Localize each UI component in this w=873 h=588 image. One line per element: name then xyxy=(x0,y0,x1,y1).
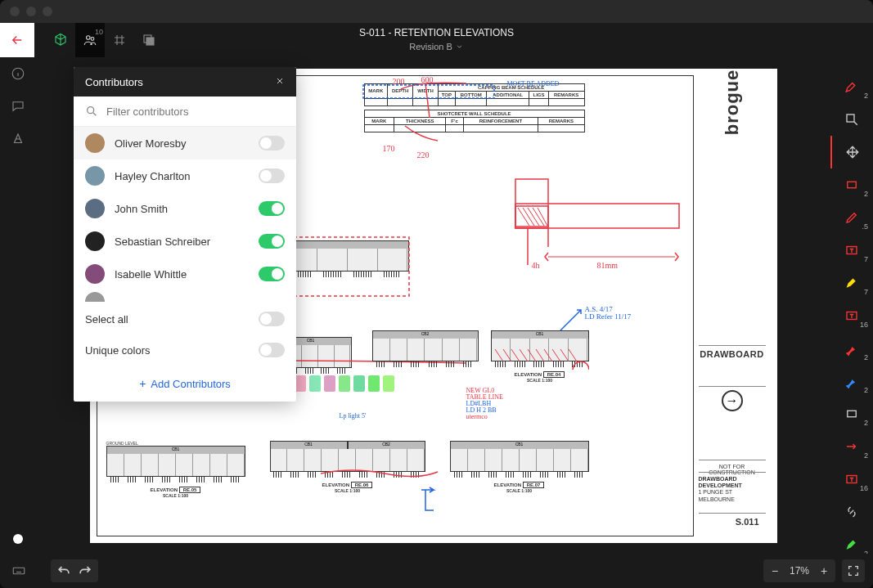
svg-point-1 xyxy=(91,38,94,41)
annot-81mm: 81mm xyxy=(597,261,619,270)
keyboard-icon xyxy=(11,563,26,578)
close-icon xyxy=(275,76,285,86)
contributor-row[interactable]: John Smith xyxy=(74,192,296,225)
chevron-down-icon xyxy=(456,43,464,51)
pen-blue-tool[interactable]: 2 xyxy=(830,365,873,397)
zoom-control: − 17% + xyxy=(763,559,835,582)
rectangle2-tool[interactable]: 2 xyxy=(830,397,873,430)
document-title: S-011 - RETENTION ELEVATIONS xyxy=(359,27,514,38)
text-tool-tool[interactable]: 16 xyxy=(830,299,873,332)
annot-220: 220 xyxy=(417,150,430,159)
contributor-row[interactable]: Oliver Moresby xyxy=(74,127,296,159)
tool-badge: 2 xyxy=(864,190,868,198)
tab-layers[interactable] xyxy=(46,23,75,57)
svg-line-9 xyxy=(518,208,529,226)
tool-badge: 2 xyxy=(864,386,868,394)
keyboard-button[interactable] xyxy=(8,560,29,581)
project-name: DRAWBOARD DEVELOPMENT 1 PUNGE ST MELBOUR… xyxy=(699,472,766,507)
contributor-toggle[interactable] xyxy=(259,168,285,183)
elevation-re05: GROUND LEVEL CB1 ELEVATION RE.05SCALE 1:… xyxy=(106,441,245,498)
contributor-toggle[interactable] xyxy=(259,201,285,216)
tool-badge: .5 xyxy=(862,222,868,231)
contributor-toggle[interactable] xyxy=(259,267,285,281)
redo-button[interactable] xyxy=(77,563,93,579)
revision-dropdown[interactable]: Revision B xyxy=(409,42,464,52)
contributor-toggle[interactable] xyxy=(259,136,285,150)
title-block: brogue DRAWBOARD → NOT FOR CONSTRUCTION … xyxy=(693,75,771,536)
traffic-close-icon[interactable] xyxy=(10,7,20,16)
annot-4h: 4h xyxy=(532,261,540,270)
select-all-toggle[interactable] xyxy=(259,312,285,326)
traffic-max-icon[interactable] xyxy=(43,7,52,16)
avatar-icon xyxy=(85,133,105,153)
traffic-min-icon[interactable] xyxy=(26,7,36,16)
elevation-re03b: CB2 xyxy=(372,330,479,361)
contributor-name: Isabelle Whittle xyxy=(115,268,249,281)
sheet-number: S.011 xyxy=(699,513,766,530)
svg-point-0 xyxy=(87,36,91,40)
info-button[interactable] xyxy=(10,65,26,82)
issues-button[interactable] xyxy=(10,131,26,147)
tab-contributors[interactable]: 10 xyxy=(75,23,105,57)
svg-rect-33 xyxy=(848,411,857,417)
tab-compare[interactable] xyxy=(134,23,164,57)
highlight-marker-icon xyxy=(844,276,859,290)
highlighter-tool[interactable]: 2 xyxy=(830,70,873,103)
select-all-row: Select all xyxy=(74,303,296,334)
contributor-toggle[interactable] xyxy=(259,234,285,249)
select-cursor-tool[interactable] xyxy=(830,103,873,136)
filter-input[interactable] xyxy=(106,105,285,118)
status-dot[interactable] xyxy=(13,534,23,544)
contributor-name: John Smith xyxy=(115,203,249,215)
tool-badge: 2 xyxy=(864,92,868,100)
svg-line-24 xyxy=(552,349,560,361)
zoom-out-button[interactable]: − xyxy=(767,563,783,579)
svg-line-20 xyxy=(520,349,528,361)
contributor-name: Sebastian Schreiber xyxy=(115,236,249,248)
elevation-re04: CB1 ELEVATION RE.04SCALE 1:100 xyxy=(491,330,589,383)
move-tool[interactable] xyxy=(830,136,873,168)
svg-rect-35 xyxy=(13,568,25,574)
svg-line-11 xyxy=(528,208,539,226)
fullscreen-button[interactable] xyxy=(842,559,865,582)
rectangle-tool[interactable]: 2 xyxy=(830,168,873,201)
text-box-tool[interactable]: 7 xyxy=(830,234,873,267)
svg-line-21 xyxy=(528,349,536,361)
comments-button[interactable] xyxy=(10,98,26,114)
back-button[interactable] xyxy=(0,23,34,57)
tab-grid[interactable] xyxy=(105,23,134,57)
zoom-value: 17% xyxy=(790,565,809,577)
svg-line-22 xyxy=(536,349,544,361)
arrow-tool[interactable]: 2 xyxy=(830,430,873,463)
avatar-icon xyxy=(85,166,105,186)
undo-redo-group xyxy=(51,559,98,582)
red-hatch xyxy=(491,345,589,370)
text2-tool[interactable]: 16 xyxy=(830,463,873,496)
contributor-name: Hayley Charlton xyxy=(115,170,249,182)
svg-point-27 xyxy=(573,361,589,370)
contributor-row[interactable]: Hayley Charlton xyxy=(74,159,296,192)
contributor-row[interactable]: Isabelle Whittle xyxy=(74,258,296,290)
highlight-marker-tool[interactable]: 7 xyxy=(830,267,873,299)
zoom-in-button[interactable]: + xyxy=(816,563,832,579)
svg-rect-3 xyxy=(146,38,154,45)
marker-green-icon xyxy=(844,537,859,552)
annot-lplight: Lp light 5' xyxy=(340,412,367,420)
right-tool-rail: 22.577162222162 xyxy=(830,57,873,554)
overlay-icon xyxy=(142,33,156,47)
contributors-badge: 10 xyxy=(95,28,103,36)
undo-button[interactable] xyxy=(56,563,72,579)
avatar-icon xyxy=(85,264,105,284)
svg-line-26 xyxy=(569,349,577,361)
unique-colors-toggle[interactable] xyxy=(259,343,285,357)
unique-colors-row: Unique colors xyxy=(74,334,296,366)
link-tool[interactable] xyxy=(830,496,873,528)
pen-draw-tool[interactable]: 2 xyxy=(830,332,873,365)
tool-badge: 2 xyxy=(864,451,868,460)
close-button[interactable] xyxy=(275,75,285,88)
add-contributors-button[interactable]: + Add Contributors xyxy=(74,366,296,402)
contributor-row[interactable]: Sebastian Schreiber xyxy=(74,225,296,258)
text-tool-icon xyxy=(844,308,859,323)
svg-rect-8 xyxy=(515,206,548,227)
pencil-tool[interactable]: .5 xyxy=(830,201,873,234)
